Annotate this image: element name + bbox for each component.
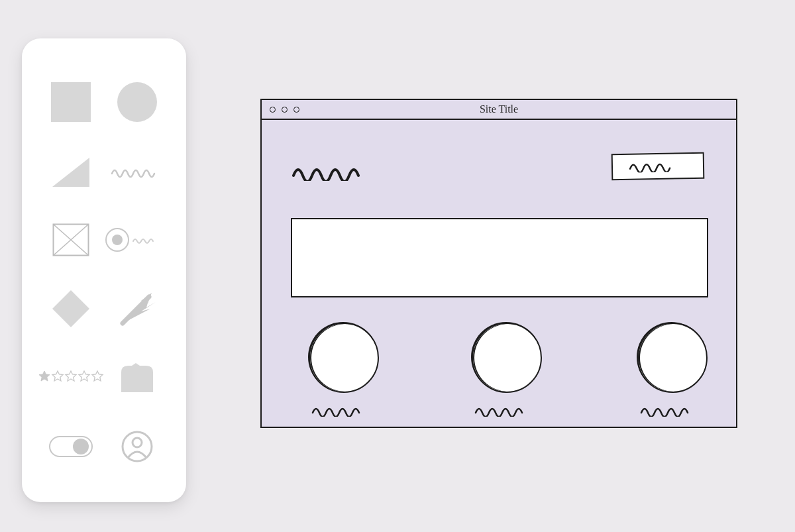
star-rating-shape[interactable] [38,346,104,409]
cta-button-placeholder[interactable] [611,152,705,180]
arrow-cursor-shape[interactable] [104,277,170,341]
diamond-shape[interactable] [38,277,104,341]
feature-circle-placeholder[interactable] [309,323,379,393]
tab-chip-shape[interactable] [104,346,170,409]
site-title: Site Title [262,103,736,115]
window-controls [262,107,299,113]
svg-point-7 [112,235,123,245]
feature-label-placeholder [639,405,706,417]
triangle-shape[interactable] [38,139,104,203]
feature-item-1[interactable] [291,323,397,417]
window-maximize-icon[interactable] [293,107,299,113]
hero-rectangle-placeholder[interactable] [291,218,708,297]
shape-palette [22,38,186,502]
feature-label-placeholder [311,405,377,417]
feature-circle-placeholder[interactable] [472,323,542,393]
svg-point-1 [117,82,157,122]
toggle-switch-shape[interactable] [38,415,104,478]
window-close-icon[interactable] [270,107,276,113]
svg-point-11 [73,439,89,454]
logo-placeholder[interactable] [291,162,390,181]
radio-button-shape[interactable] [104,208,170,272]
svg-marker-8 [52,290,89,327]
svg-marker-2 [52,158,89,187]
window-minimize-icon[interactable] [282,107,288,113]
feature-item-2[interactable] [454,323,560,417]
image-placeholder-shape[interactable] [38,208,104,272]
squiggle-text-shape[interactable] [104,139,170,203]
svg-rect-0 [51,82,91,122]
square-shape[interactable] [38,70,104,134]
circle-shape[interactable] [104,70,170,134]
squiggle-text-icon [628,160,688,173]
feature-item-3[interactable] [619,323,725,417]
user-avatar-shape[interactable] [104,415,170,478]
feature-label-placeholder [474,405,540,417]
wireframe-body[interactable] [262,120,736,427]
wireframe-browser-window[interactable]: Site Title [260,99,737,428]
browser-titlebar: Site Title [262,100,736,120]
feature-circle-placeholder[interactable] [637,323,708,393]
svg-point-13 [132,438,142,447]
